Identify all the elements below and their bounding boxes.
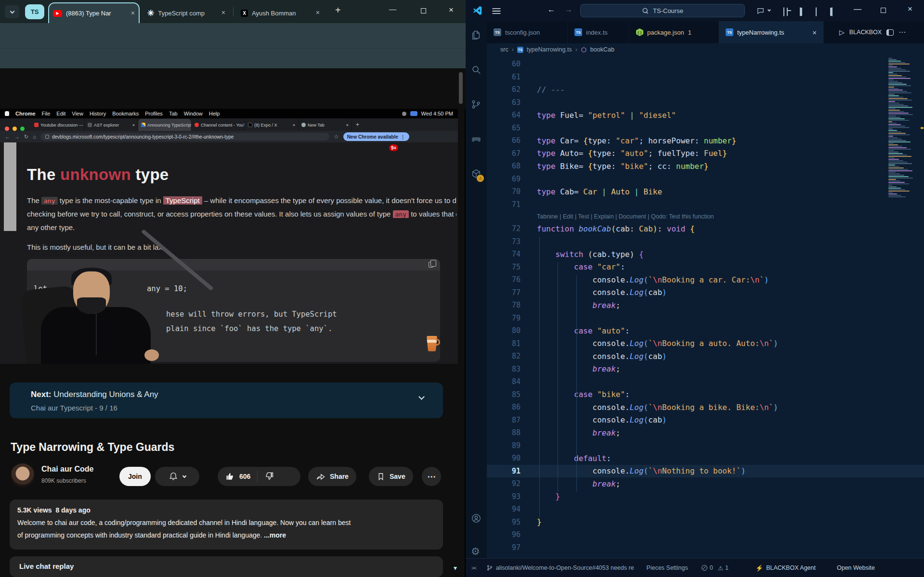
code-line[interactable]: 61 (487, 71, 924, 84)
maximize-button[interactable] (421, 8, 426, 13)
code-line[interactable]: 78 break; (487, 299, 924, 312)
explorer-icon[interactable] (471, 30, 482, 40)
menu-icon[interactable] (493, 8, 501, 14)
code-line[interactable]: 69 (487, 173, 924, 186)
channel-name[interactable]: Chai aur Code (41, 465, 93, 474)
tab-package-json[interactable]: { } package.json 1 (629, 21, 719, 43)
tab-index[interactable]: TS index.ts (568, 21, 629, 43)
chat-icon[interactable] (756, 7, 765, 16)
search-icon[interactable] (471, 64, 482, 75)
close-icon[interactable]: × (812, 28, 817, 37)
tab-tsconfig[interactable]: TS tsconfig.json (487, 21, 568, 43)
code-line[interactable]: 77 console.Log(cab) (487, 286, 924, 299)
toggle-panel-icon[interactable] (816, 8, 817, 16)
code-line[interactable]: 97 (487, 541, 924, 554)
breadcrumb-symbol[interactable]: bookCab (590, 46, 614, 53)
customize-layout-icon[interactable] (783, 8, 784, 16)
share-button[interactable]: Share (308, 467, 356, 486)
settings-gear-icon[interactable]: ⚙ (471, 546, 482, 556)
code-line[interactable]: 96 (487, 528, 924, 541)
close-window-button[interactable]: × (449, 5, 454, 15)
tab-typenarrowing[interactable]: TS typeNarrowing.ts × (719, 21, 824, 43)
breadcrumb-file[interactable]: typeNarrowing.ts (527, 46, 572, 53)
code-line[interactable]: 94 (487, 503, 924, 516)
blackbox-label[interactable]: BLACKBOX (849, 29, 882, 36)
status-open-website[interactable]: Open Website (837, 564, 875, 571)
code-line[interactable]: 86 console.Log(`\nBooking a bike. Bike:\… (487, 401, 924, 414)
code-line[interactable]: 70type Cab= Car | Auto | Bike (487, 185, 924, 198)
save-button[interactable]: Save (369, 467, 413, 486)
toggle-secondary-sidebar-icon[interactable] (832, 8, 833, 16)
breadcrumb-src[interactable]: src (500, 46, 508, 53)
forward-button[interactable]: → (565, 5, 573, 14)
status-repo[interactable]: alisolanki/Welcome-to-Open-Source#4053 n… (496, 564, 634, 571)
code-line[interactable]: 67type Auto= {type: "auto"; fuelType: Fu… (487, 147, 924, 160)
code-line[interactable]: 93 } (487, 490, 924, 503)
close-window-button[interactable]: × (908, 4, 912, 14)
channel-avatar[interactable] (11, 463, 35, 487)
browser-tab-chatgpt[interactable]: ✳ TypeScript comp × (143, 5, 229, 21)
status-pieces[interactable]: Pieces Settings (647, 564, 688, 571)
code-line[interactable]: 64type Fuel= "petrol" | "diesel" (487, 109, 924, 122)
code-line[interactable]: 75 case "car": (487, 261, 924, 274)
code-line[interactable]: 87 console.Log(cab) (487, 414, 924, 427)
code-line[interactable]: 60 (487, 58, 924, 71)
browser-tab-x[interactable]: X Ayush Bomman × (237, 5, 324, 21)
remote-icon[interactable]: >< (471, 565, 476, 571)
page-scrollbar[interactable] (459, 72, 463, 104)
like-button[interactable]: 606 (218, 472, 250, 481)
pinned-tab-ts[interactable]: TS (25, 4, 44, 19)
code-line[interactable]: 65 (487, 122, 924, 135)
code-line[interactable]: 73 (487, 235, 924, 248)
code-line[interactable]: 63 (487, 96, 924, 109)
errors-count[interactable]: 0 (710, 564, 713, 571)
status-blackbox-agent[interactable]: BLACKBOX Agent (766, 564, 816, 571)
maximize-button[interactable] (881, 8, 886, 13)
source-control-icon[interactable] (471, 99, 482, 110)
minimize-button[interactable]: — (389, 5, 396, 13)
editor-actions-icon[interactable]: ⋯ (898, 28, 906, 37)
account-icon[interactable] (471, 513, 482, 524)
chevron-down-icon[interactable] (768, 8, 771, 12)
code-line[interactable]: 66type Car= {type: "car"; horsePower: nu… (487, 134, 924, 147)
more-actions-button[interactable]: ⋯ (422, 467, 441, 486)
code-line[interactable]: 88 break; (487, 426, 924, 439)
close-icon[interactable]: × (221, 9, 225, 16)
code-line[interactable]: 80 case "auto": (487, 324, 924, 337)
code-line[interactable]: 62// --- (487, 83, 924, 96)
dislike-button[interactable] (264, 471, 274, 482)
code-line[interactable]: 79 (487, 312, 924, 325)
warnings-count[interactable]: 1 (725, 564, 729, 571)
close-icon[interactable]: × (131, 9, 135, 17)
more-link[interactable]: ...more (264, 531, 286, 539)
code-line[interactable]: 92 break; (487, 477, 924, 490)
scroll-down-arrow[interactable]: ▾ (454, 564, 457, 572)
code-line[interactable]: 84 (487, 375, 924, 388)
new-tab-button[interactable]: + (335, 5, 341, 16)
code-line[interactable]: 76 console.Log(`\nBooking a car. Car:\n`… (487, 273, 924, 286)
command-search-box[interactable]: TS-Course (580, 4, 745, 17)
notify-bell-button[interactable] (155, 467, 199, 486)
code-line[interactable]: 81 console.Log(`\nBooking a auto. Auto:\… (487, 337, 924, 350)
code-line[interactable]: 72function bookCab(cab: Cab): void { (487, 222, 924, 235)
live-chat-panel[interactable]: Live chat replay (10, 556, 443, 577)
code-line[interactable]: 89 (487, 439, 924, 452)
close-icon[interactable]: × (316, 9, 320, 16)
minimap[interactable] (888, 58, 918, 198)
code-line[interactable]: 85 case "bike": (487, 388, 924, 401)
errors-icon[interactable] (702, 565, 707, 571)
code-line[interactable]: 83 break; (487, 363, 924, 376)
toggle-sidebar-icon[interactable] (800, 8, 801, 16)
code-line[interactable]: 82 console.Log(cab) (487, 350, 924, 363)
codelens-actions[interactable]: Tabnine | Edit | Test | Explain | Docume… (487, 211, 924, 222)
minimize-button[interactable]: — (854, 5, 861, 13)
code-editor[interactable]: 606162// ---6364type Fuel= "petrol" | "d… (487, 56, 924, 558)
gamepad-extension-icon[interactable] (471, 134, 482, 144)
tab-search-button[interactable] (5, 5, 19, 18)
code-line[interactable]: 68type Bike= {type: "bike"; cc: number} (487, 160, 924, 173)
description-box[interactable]: 5.3K views 8 days ago Welcome to chai au… (10, 500, 443, 550)
code-line[interactable]: 91 console.Log(`\nNothing to book!`) (487, 465, 924, 478)
code-line[interactable]: 71 (487, 198, 924, 211)
code-line[interactable]: 95} (487, 516, 924, 529)
split-editor-icon[interactable] (886, 29, 894, 36)
